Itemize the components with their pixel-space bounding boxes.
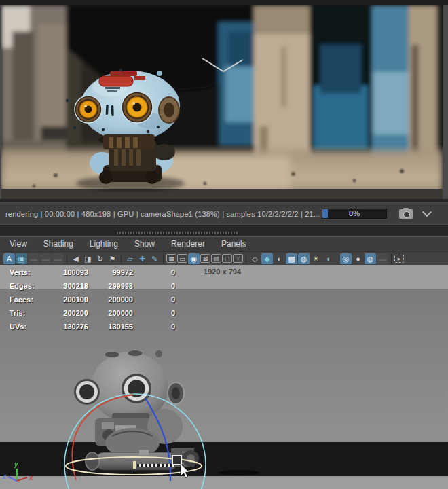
menu-view[interactable]: View [0, 237, 35, 251]
render-status-bar: rendering | 00:00:00 | 480x198 | GPU | c… [0, 202, 448, 224]
hud-value: 200100 [49, 293, 88, 306]
snapshot-camera-icon[interactable] [399, 209, 413, 219]
render-status-text: rendering | 00:00:00 | 480x198 | GPU | c… [5, 210, 322, 218]
render-progress-bar: 0% [322, 209, 387, 219]
use-all-lights-icon[interactable]: ◍ [298, 253, 310, 264]
hud-label: UVs: [10, 320, 49, 333]
hud-row-verts: Verts: 100093 99972 0 [10, 266, 175, 279]
rendered-scene [1, 5, 443, 199]
hud-value: 0 [133, 320, 175, 333]
field-chart-icon[interactable]: ▥ [211, 254, 221, 263]
hud-value: 0 [133, 279, 175, 293]
render-progress-label: 0% [322, 209, 386, 218]
toolbar-separator [389, 254, 394, 264]
hud-value: 0 [133, 306, 175, 320]
select-highlight-icon[interactable]: A [3, 253, 15, 264]
maya-workspace: rendering | 00:00:00 | 480x198 | GPU | c… [0, 0, 448, 489]
divider-grip-icon[interactable] [117, 232, 239, 234]
model-viewport[interactable]: y z x 1920 x 794 Verts: 100093 99972 0 E… [0, 265, 448, 489]
hud-value: 200000 [88, 306, 133, 320]
gate-mask-icon[interactable]: ⊠ [200, 254, 210, 263]
menu-renderer[interactable]: Renderer [163, 237, 213, 251]
wireframe-icon[interactable]: ◇ [249, 253, 261, 264]
camera-prev-icon[interactable]: ◀ [70, 253, 81, 264]
isolate-select-icon[interactable]: ▸ [394, 255, 404, 263]
safe-title-icon[interactable]: T [233, 254, 243, 263]
depth-of-field-icon[interactable]: ◍ [365, 253, 376, 264]
hud-row-tris: Tris: 200200 200000 0 [10, 306, 175, 320]
image-plane-icon[interactable]: ▱ [124, 253, 136, 264]
hud-row-uvs: UVs: 130276 130155 0 [10, 320, 175, 333]
hud-label: Edges: [10, 279, 49, 293]
robot-left-eye [75, 96, 102, 123]
anti-aliasing-icon[interactable]: ● [352, 253, 364, 264]
hud-value: 130276 [49, 320, 88, 333]
safe-action-icon[interactable]: ◻ [222, 254, 232, 263]
bookmark-icon[interactable]: ⚑ [107, 253, 118, 264]
resolution-gate-icon[interactable]: ◉ [188, 253, 200, 264]
camera-lock-icon[interactable]: ◨ [82, 253, 94, 264]
wireframe-on-shaded-icon[interactable]: ◐ [274, 253, 285, 264]
resolution-overlay-text: 1920 x 794 [204, 268, 241, 276]
placeholder-2-icon: ▬ [40, 253, 52, 264]
menu-panels[interactable]: Panels [213, 237, 255, 251]
shadows-icon[interactable]: ☀ [310, 253, 322, 264]
placeholder-4-icon: ▬ [377, 253, 388, 264]
grid-icon[interactable]: ▦ [166, 254, 176, 263]
hud-row-faces: Faces: 200100 200000 0 [10, 293, 175, 306]
toolbar-separator [119, 254, 124, 264]
axis-y-label: y [14, 460, 18, 468]
hud-label: Tris: [10, 306, 49, 320]
smooth-shade-icon[interactable]: ◆ [261, 253, 273, 264]
chevron-down-icon[interactable] [422, 207, 432, 217]
two-d-pan-zoom-icon[interactable]: ✚ [136, 253, 148, 264]
placeholder-1-icon: ▬ [28, 253, 39, 264]
hud-value: 200200 [49, 306, 88, 320]
toolbar-separator [161, 254, 166, 264]
track-selection-icon[interactable]: ▣ [16, 253, 27, 264]
hud-row-edges: Edges: 300218 299998 0 [10, 279, 175, 293]
robot-right-eye [122, 92, 153, 123]
panel-divider[interactable] [0, 224, 448, 236]
menu-lighting[interactable]: Lighting [81, 237, 126, 251]
model-left-eye [74, 379, 100, 405]
axis-z-label: z [2, 473, 6, 480]
panel-toolbar: A ▣ ▬ ▬ ▬ ◀ ◨ ↻ ⚑ ▱ ✚ ✎ ▦ ▭ ◉ ⊠ ▥ ◻ T ◇ … [0, 251, 448, 265]
model-right-eye [122, 374, 151, 403]
hud-value: 0 [133, 266, 175, 279]
render-background [1, 5, 443, 199]
placeholder-3-icon: ▬ [52, 253, 64, 264]
window-top-edge [0, 0, 448, 5]
model-ear [168, 382, 184, 404]
hud-value: 100093 [49, 266, 88, 279]
hud-value: 299998 [88, 279, 133, 293]
textured-icon[interactable]: ▩ [286, 253, 297, 264]
hud-label: Faces: [10, 293, 49, 306]
hud-value: 300218 [49, 279, 88, 293]
head-red-panel [99, 76, 133, 86]
menu-shading[interactable]: Shading [35, 237, 81, 251]
robot-ear [159, 97, 179, 123]
grease-pencil-icon[interactable]: ✎ [149, 253, 160, 264]
poly-count-hud: Verts: 100093 99972 0 Edges: 300218 2999… [10, 266, 175, 333]
toolbar-separator [64, 254, 69, 264]
menu-show[interactable]: Show [126, 237, 163, 251]
axis-x-label: x [29, 474, 33, 482]
toolbar-separator [244, 254, 248, 264]
film-gate-icon[interactable]: ▭ [177, 254, 187, 263]
render-view-image[interactable] [0, 5, 448, 199]
toolbar-separator [335, 254, 339, 264]
motion-blur-icon[interactable]: ◎ [340, 253, 352, 264]
panel-menu-bar: View Shading Lighting Show Renderer Pane… [0, 236, 448, 251]
hud-label: Verts: [10, 266, 49, 279]
hud-value: 200000 [88, 293, 133, 306]
hud-value: 99972 [88, 266, 133, 279]
camera-tumble-icon[interactable]: ↻ [94, 253, 106, 264]
hud-value: 130155 [88, 320, 133, 333]
hud-value: 0 [133, 293, 175, 306]
screen-space-ao-icon[interactable]: ◖ [322, 253, 334, 264]
